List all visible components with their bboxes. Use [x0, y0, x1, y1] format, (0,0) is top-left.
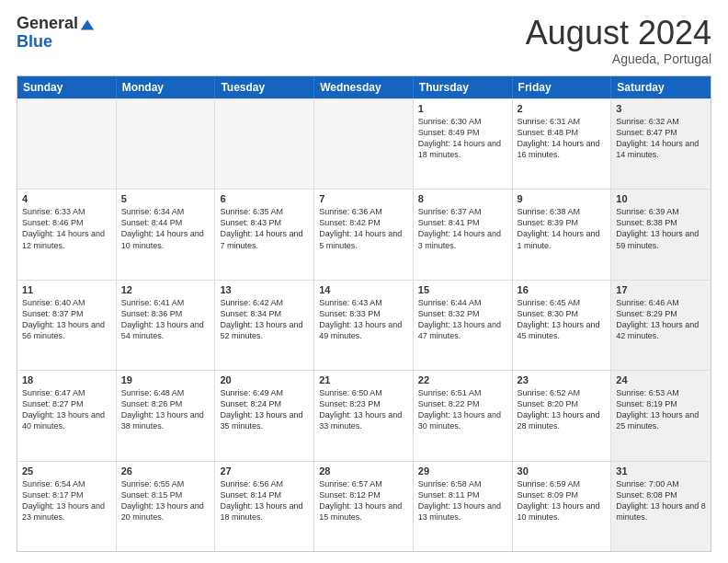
day-number: 13: [220, 284, 309, 295]
day-number: 21: [319, 374, 408, 385]
day-number: 3: [616, 103, 706, 114]
calendar-cell: [17, 99, 117, 189]
calendar-cell: 26Sunrise: 6:55 AM Sunset: 8:15 PM Dayli…: [117, 462, 216, 551]
day-number: 11: [22, 284, 111, 295]
calendar-cell: 4Sunrise: 6:33 AM Sunset: 8:46 PM Daylig…: [17, 190, 117, 279]
calendar-cell: 5Sunrise: 6:34 AM Sunset: 8:44 PM Daylig…: [117, 190, 216, 279]
day-number: 14: [319, 284, 408, 295]
day-info: Sunrise: 6:40 AM Sunset: 8:37 PM Dayligh…: [22, 297, 111, 342]
calendar-cell: 27Sunrise: 6:56 AM Sunset: 8:14 PM Dayli…: [215, 462, 314, 551]
day-info: Sunrise: 6:30 AM Sunset: 8:49 PM Dayligh…: [418, 116, 507, 161]
calendar-row-5: 25Sunrise: 6:54 AM Sunset: 8:17 PM Dayli…: [17, 461, 711, 551]
calendar-cell: 7Sunrise: 6:36 AM Sunset: 8:42 PM Daylig…: [314, 190, 414, 279]
day-number: 26: [121, 465, 210, 477]
calendar-cell: 6Sunrise: 6:35 AM Sunset: 8:43 PM Daylig…: [215, 190, 314, 279]
calendar-row-4: 18Sunrise: 6:47 AM Sunset: 8:27 PM Dayli…: [17, 370, 711, 460]
calendar-cell: 28Sunrise: 6:57 AM Sunset: 8:12 PM Dayli…: [314, 462, 414, 551]
day-number: 16: [518, 284, 607, 295]
day-info: Sunrise: 6:56 AM Sunset: 8:14 PM Dayligh…: [220, 478, 309, 523]
header-monday: Monday: [117, 76, 216, 98]
day-number: 28: [319, 465, 408, 477]
day-info: Sunrise: 6:54 AM Sunset: 8:17 PM Dayligh…: [22, 478, 111, 523]
day-info: Sunrise: 6:48 AM Sunset: 8:26 PM Dayligh…: [121, 387, 210, 432]
calendar-cell: [215, 99, 314, 189]
day-number: 27: [220, 465, 309, 477]
header-friday: Friday: [513, 76, 612, 98]
header: General Blue August 2024 Agueda, Portuga…: [17, 15, 711, 66]
day-info: Sunrise: 6:49 AM Sunset: 8:24 PM Dayligh…: [220, 387, 309, 432]
month-year: August 2024: [526, 15, 711, 52]
day-info: Sunrise: 6:41 AM Sunset: 8:36 PM Dayligh…: [121, 297, 210, 342]
day-info: Sunrise: 6:32 AM Sunset: 8:47 PM Dayligh…: [616, 116, 706, 161]
day-info: Sunrise: 6:36 AM Sunset: 8:42 PM Dayligh…: [319, 206, 408, 251]
day-number: 8: [418, 193, 507, 204]
day-info: Sunrise: 6:37 AM Sunset: 8:41 PM Dayligh…: [418, 206, 507, 251]
calendar-cell: 30Sunrise: 6:59 AM Sunset: 8:09 PM Dayli…: [513, 462, 612, 551]
calendar-cell: 9Sunrise: 6:38 AM Sunset: 8:39 PM Daylig…: [513, 190, 612, 279]
header-saturday: Saturday: [611, 76, 711, 98]
calendar-cell: 21Sunrise: 6:50 AM Sunset: 8:23 PM Dayli…: [314, 371, 414, 460]
header-sunday: Sunday: [17, 76, 117, 98]
calendar-row-3: 11Sunrise: 6:40 AM Sunset: 8:37 PM Dayli…: [17, 280, 711, 370]
calendar-cell: 15Sunrise: 6:44 AM Sunset: 8:32 PM Dayli…: [414, 281, 513, 370]
calendar-cell: 11Sunrise: 6:40 AM Sunset: 8:37 PM Dayli…: [17, 281, 117, 370]
day-number: 15: [418, 284, 507, 295]
calendar-cell: 3Sunrise: 6:32 AM Sunset: 8:47 PM Daylig…: [611, 99, 711, 189]
day-info: Sunrise: 6:47 AM Sunset: 8:27 PM Dayligh…: [22, 387, 111, 432]
day-number: 10: [616, 193, 706, 204]
calendar-cell: 12Sunrise: 6:41 AM Sunset: 8:36 PM Dayli…: [117, 281, 216, 370]
day-number: 30: [518, 465, 607, 477]
calendar-cell: 22Sunrise: 6:51 AM Sunset: 8:22 PM Dayli…: [414, 371, 513, 460]
day-info: Sunrise: 6:46 AM Sunset: 8:29 PM Dayligh…: [616, 297, 706, 342]
calendar-row-1: 1Sunrise: 6:30 AM Sunset: 8:49 PM Daylig…: [17, 98, 711, 189]
day-info: Sunrise: 6:51 AM Sunset: 8:22 PM Dayligh…: [418, 387, 507, 432]
day-info: Sunrise: 6:44 AM Sunset: 8:32 PM Dayligh…: [418, 297, 507, 342]
day-number: 12: [121, 284, 210, 295]
day-info: Sunrise: 6:58 AM Sunset: 8:11 PM Dayligh…: [418, 478, 507, 523]
day-info: Sunrise: 6:52 AM Sunset: 8:20 PM Dayligh…: [518, 387, 607, 432]
day-info: Sunrise: 6:59 AM Sunset: 8:09 PM Dayligh…: [518, 478, 607, 523]
location: Agueda, Portugal: [526, 52, 711, 66]
calendar-cell: 31Sunrise: 7:00 AM Sunset: 8:08 PM Dayli…: [611, 462, 711, 551]
day-info: Sunrise: 6:53 AM Sunset: 8:19 PM Dayligh…: [616, 387, 706, 432]
calendar-cell: [314, 99, 414, 189]
calendar-cell: 16Sunrise: 6:45 AM Sunset: 8:30 PM Dayli…: [513, 281, 612, 370]
day-number: 18: [22, 374, 111, 385]
day-number: 25: [22, 465, 111, 477]
day-info: Sunrise: 6:57 AM Sunset: 8:12 PM Dayligh…: [319, 478, 408, 523]
day-info: Sunrise: 6:33 AM Sunset: 8:46 PM Dayligh…: [22, 206, 111, 251]
day-number: 29: [418, 465, 507, 477]
day-number: 31: [616, 465, 706, 477]
day-info: Sunrise: 6:39 AM Sunset: 8:38 PM Dayligh…: [616, 206, 706, 251]
day-number: 17: [616, 284, 706, 295]
day-number: 20: [220, 374, 309, 385]
day-number: 6: [220, 193, 309, 204]
calendar-cell: 1Sunrise: 6:30 AM Sunset: 8:49 PM Daylig…: [414, 99, 513, 189]
calendar-cell: 8Sunrise: 6:37 AM Sunset: 8:41 PM Daylig…: [414, 190, 513, 279]
day-info: Sunrise: 6:42 AM Sunset: 8:34 PM Dayligh…: [220, 297, 309, 342]
calendar-cell: 25Sunrise: 6:54 AM Sunset: 8:17 PM Dayli…: [17, 462, 117, 551]
calendar-cell: 13Sunrise: 6:42 AM Sunset: 8:34 PM Dayli…: [215, 281, 314, 370]
calendar-cell: 14Sunrise: 6:43 AM Sunset: 8:33 PM Dayli…: [314, 281, 414, 370]
header-wednesday: Wednesday: [314, 76, 414, 98]
calendar-cell: 20Sunrise: 6:49 AM Sunset: 8:24 PM Dayli…: [215, 371, 314, 460]
calendar-cell: 29Sunrise: 6:58 AM Sunset: 8:11 PM Dayli…: [414, 462, 513, 551]
day-number: 24: [616, 374, 706, 385]
day-number: 9: [518, 193, 607, 204]
day-number: 7: [319, 193, 408, 204]
day-number: 1: [418, 103, 507, 114]
day-info: Sunrise: 6:45 AM Sunset: 8:30 PM Dayligh…: [518, 297, 607, 342]
day-number: 2: [518, 103, 607, 114]
calendar-cell: 23Sunrise: 6:52 AM Sunset: 8:20 PM Dayli…: [513, 371, 612, 460]
title-block: August 2024 Agueda, Portugal: [526, 15, 711, 66]
day-number: 22: [418, 374, 507, 385]
calendar-body: 1Sunrise: 6:30 AM Sunset: 8:49 PM Daylig…: [17, 98, 711, 551]
logo: General Blue: [17, 15, 95, 52]
calendar-cell: 10Sunrise: 6:39 AM Sunset: 8:38 PM Dayli…: [611, 190, 711, 279]
header-tuesday: Tuesday: [215, 76, 314, 98]
day-info: Sunrise: 6:31 AM Sunset: 8:48 PM Dayligh…: [518, 116, 607, 161]
calendar-cell: 2Sunrise: 6:31 AM Sunset: 8:48 PM Daylig…: [513, 99, 612, 189]
day-number: 23: [518, 374, 607, 385]
day-info: Sunrise: 6:34 AM Sunset: 8:44 PM Dayligh…: [121, 206, 210, 251]
calendar-row-2: 4Sunrise: 6:33 AM Sunset: 8:46 PM Daylig…: [17, 189, 711, 279]
